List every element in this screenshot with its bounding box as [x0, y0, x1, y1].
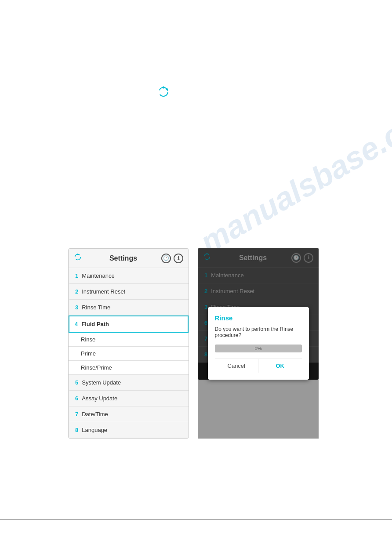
left-sub-item-rinse[interactable]: Rinse — [69, 333, 189, 347]
svg-point-1 — [163, 87, 165, 89]
top-divider — [0, 53, 392, 53]
left-menu-item-language[interactable]: 8 Language — [69, 422, 189, 438]
left-menu-item-maintenance[interactable]: 1 Maintenance — [69, 268, 189, 284]
spinner-icon — [157, 86, 170, 98]
left-menu-list: 1 Maintenance 2 Instrument Reset 3 Rinse… — [69, 268, 189, 438]
left-menu-item-assay-update[interactable]: 6 Assay Update — [69, 391, 189, 406]
left-clock-button[interactable]: 🕐 — [161, 254, 171, 263]
left-menu-item-rinse-time[interactable]: 3 Rinse Time — [69, 300, 189, 316]
left-panel-title: Settings — [85, 254, 161, 262]
right-settings-panel: Settings 🕐 ℹ 1 Maintenance 2 Instrument … — [198, 248, 319, 439]
left-panel-header: Settings 🕐 ℹ — [69, 249, 189, 268]
dialog-buttons: Cancel OK — [215, 359, 302, 373]
left-settings-panel: Settings 🕐 ℹ 1 Maintenance 2 Instrument … — [68, 248, 189, 439]
ok-button[interactable]: OK — [258, 359, 302, 373]
left-info-button[interactable]: ℹ — [174, 254, 183, 263]
dialog-title: Rinse — [215, 314, 302, 322]
bottom-divider — [0, 519, 392, 520]
left-header-actions: 🕐 ℹ — [161, 254, 183, 263]
left-menu-item-instrument-reset[interactable]: 2 Instrument Reset — [69, 284, 189, 300]
left-sub-item-rinse-prime[interactable]: Rinse/Prime — [69, 361, 189, 375]
left-header-icon — [74, 253, 82, 263]
dialog-overlay: Rinse Do you want to perform the Rinse p… — [198, 248, 319, 439]
panels-container: Settings 🕐 ℹ 1 Maintenance 2 Instrument … — [68, 248, 319, 439]
svg-point-3 — [75, 254, 81, 260]
watermark: manualsbase.com — [194, 92, 392, 260]
dialog-message: Do you want to perform the Rinse procedu… — [215, 326, 302, 338]
left-sub-item-prime[interactable]: Prime — [69, 347, 189, 361]
left-menu-item-datetime[interactable]: 7 Date/Time — [69, 406, 189, 422]
left-menu-item-system-update[interactable]: 5 System Update — [69, 375, 189, 391]
cancel-button[interactable]: Cancel — [215, 359, 259, 373]
progress-bar-container: 0% — [215, 345, 302, 352]
progress-label: 0% — [255, 346, 262, 351]
rinse-dialog: Rinse Do you want to perform the Rinse p… — [208, 307, 309, 380]
left-menu-item-fluid-path[interactable]: 4 Fluid Path — [69, 316, 189, 333]
svg-point-2 — [166, 88, 168, 90]
svg-point-4 — [77, 254, 78, 255]
